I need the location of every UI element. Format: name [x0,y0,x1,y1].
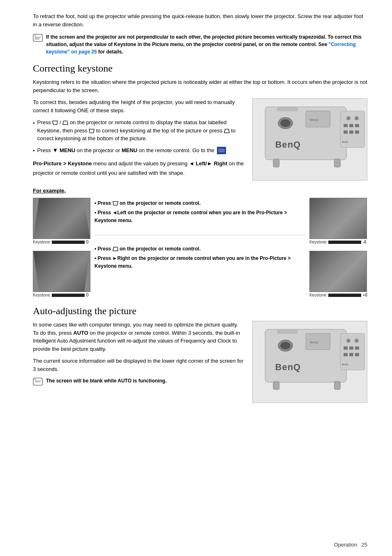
ks-bar-track-bottom-right [328,294,361,297]
photo-normal-bottom [309,251,367,292]
page-footer: Operation 25 [334,542,367,548]
auto-adjust-para2: The current source information will be d… [33,357,244,373]
svg-text:BenQ: BenQ [342,363,348,366]
instr-bottom-bullet1: • Press on the projector or remote contr… [95,245,305,253]
keystone-bar-bottom-right: Keystone +6 [309,293,367,297]
note-box-1: If the screen and the projector are not … [33,33,367,56]
bullet-item-1: • Press / on the projector or remote con… [33,118,244,143]
svg-rect-54 [334,382,340,390]
svg-marker-6 [89,129,94,133]
note-text-1: If the screen and the projector are not … [46,33,367,56]
intro-paragraph: To retract the foot, hold up the project… [33,12,367,28]
ks-bar-fill-bottom-right [328,294,351,297]
svg-rect-48 [349,353,353,356]
bullet-2-text: Press ▼ MENU on the projector or MENU on… [37,146,227,155]
photo-before-top: Keystone 0 [33,198,90,244]
instructions-top: • Press on the projector or remote contr… [95,199,305,225]
svg-marker-31 [113,202,118,205]
svg-rect-39 [277,330,298,334]
photo-normal-bottom-inner [310,251,367,292]
svg-rect-0 [33,34,42,41]
auto-adjust-note: The screen will be blank while AUTO is f… [33,377,244,386]
instructions-bottom: • Press on the projector or remote contr… [95,245,305,271]
photo-after-top: Keystone -6 [309,198,367,244]
svg-marker-7 [224,129,229,133]
svg-rect-21 [349,124,353,127]
svg-rect-53 [273,382,279,390]
ks-bar-fill-top-left [52,241,68,244]
svg-rect-9 [218,148,225,153]
projector-diagram: BenQ BenQ BenQ [252,98,367,181]
instr-top-bullet2: • Press ◄Left on the projector or remote… [95,209,305,225]
auto-adjust-para1: In some cases like with computer timings… [33,321,244,353]
instr-bottom-bullet2: • Press ►Right on the projector or remot… [95,255,305,270]
example-photos-right: Keystone -6 Keystone +6 [309,198,367,297]
example-photos-left: Keystone 0 Keystone 0 [33,198,90,297]
correcting-keystone-para1: Keystoning refers to the situation where… [33,78,367,94]
section-correcting-keystone-title: Correcting keystone [33,63,367,74]
svg-rect-20 [344,124,348,127]
svg-rect-46 [355,346,359,350]
example-trapezoid-down-icon [113,201,118,206]
svg-point-14 [281,119,291,127]
svg-rect-47 [344,353,348,356]
keystone-up-icon [62,120,68,125]
svg-rect-23 [344,130,348,134]
svg-rect-49 [355,353,359,356]
keystone-down-icon [52,120,58,125]
photo-trapezoid-bottom [33,251,90,292]
photo-normal-top [309,198,367,239]
keystone-two-col: To correct this, besides adjusting the h… [33,98,367,182]
svg-rect-30 [334,159,340,167]
for-example-label: For example, [33,188,367,194]
bullet-1-text: Press / on the projector or remote contr… [37,118,244,143]
ks-bar-track-top-left [52,241,85,244]
svg-marker-32 [113,247,118,251]
photo-after-bottom: Keystone +6 [309,251,367,297]
keystone-bar-bottom-left: Keystone 0 [33,293,90,297]
example-trapezoid-up-icon [113,247,118,251]
keystone-bar-top-right: Keystone -6 [309,240,367,244]
svg-rect-25 [355,130,359,134]
keystone-down-icon-2 [89,129,95,133]
svg-text:BenQ: BenQ [342,141,348,143]
keystone-label-bottom-right: Keystone [309,293,327,297]
photo-normal-top-inner [310,198,367,239]
ks-bar-track-bottom-left [52,294,85,297]
svg-text:BenQ: BenQ [310,118,318,122]
svg-point-38 [281,342,291,349]
svg-text:BenQ: BenQ [275,362,301,372]
keystone-up-icon-2 [224,129,230,133]
svg-rect-44 [344,346,348,350]
projector-image-container: BenQ BenQ BenQ [252,98,367,182]
ks-value-top-left: 0 [86,240,89,244]
page: To retract the foot, hold up the project… [0,0,392,556]
svg-rect-33 [33,378,42,385]
svg-point-43 [355,339,359,343]
auto-adjust-note-text: The screen will be blank while AUTO is f… [46,377,166,385]
svg-marker-5 [63,121,68,125]
instr-top-bullet1: • Press on the projector or remote contr… [95,199,305,207]
keystone-bullet-list: • Press / on the projector or remote con… [33,118,244,155]
bullet-item-2: • Press ▼ MENU on the projector or MENU … [33,146,244,155]
svg-rect-24 [349,130,353,134]
example-instructions-mid: • Press on the projector or remote contr… [95,198,305,297]
photo-before-bottom: Keystone 0 [33,251,90,297]
auto-adjust-text-col: In some cases like with computer timings… [33,321,244,404]
keystone-bar-top-left: Keystone 0 [33,240,90,244]
svg-point-42 [346,339,350,343]
ks-bar-fill-top-right [328,241,337,244]
ks-bar-track-top-right [328,241,361,244]
ks-value-bottom-right: +6 [363,293,367,297]
ks-value-bottom-left: 0 [86,293,89,297]
keystone-label-top-right: Keystone [309,240,327,244]
svg-rect-29 [273,159,279,167]
example-divider [95,235,305,235]
projector-diagram-2: BenQ BenQ BenQ [252,321,367,403]
photo-trapezoid-top-inner [33,198,90,239]
keystone-text-col: To correct this, besides adjusting the h… [33,98,244,182]
footer-page: 25 [362,542,367,548]
ks-bar-fill-bottom-left [52,294,68,297]
keystone-label-top-left: Keystone [33,240,50,244]
photo-trapezoid-bottom-inner [33,251,90,292]
